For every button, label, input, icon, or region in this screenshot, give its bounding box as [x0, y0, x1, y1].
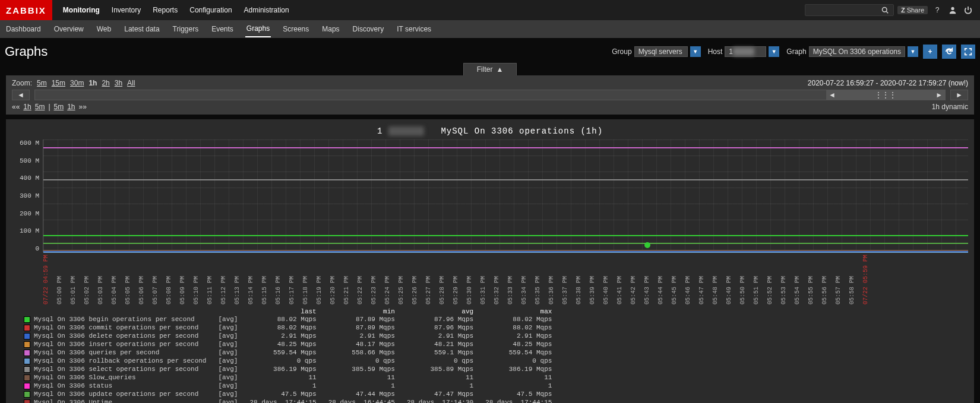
legend-swatch — [24, 399, 30, 403]
refresh-button[interactable] — [942, 45, 956, 59]
topnav-reports[interactable]: Reports — [153, 6, 178, 14]
subnav-dashboard[interactable]: Dashboard — [5, 21, 42, 37]
subnav-events[interactable]: Events — [210, 21, 235, 37]
time-scrubber-handle[interactable]: ◄ ⋮⋮⋮ ► — [826, 90, 945, 100]
x-tick: 05:14 PM — [248, 255, 254, 304]
fixed-5m-b[interactable]: 5m — [54, 103, 64, 111]
global-search[interactable] — [805, 4, 894, 16]
subnav-maps[interactable]: Maps — [321, 21, 340, 37]
legend-header: max — [479, 308, 558, 315]
subnav-latest-data[interactable]: Latest data — [123, 21, 160, 37]
zoom-1h[interactable]: 1h — [88, 79, 97, 87]
graph-select[interactable]: MySQL On 3306 operations — [809, 46, 905, 57]
zoom-2h[interactable]: 2h — [102, 79, 109, 87]
topnav-monitoring[interactable]: Monitoring — [63, 6, 100, 14]
subnav-triggers[interactable]: Triggers — [172, 21, 200, 37]
fixed-time-links: ««1h5m|5m1h»» — [12, 103, 87, 111]
share-label: Share — [907, 7, 924, 14]
zoom-label: Zoom: — [12, 79, 32, 87]
legend-header: last — [244, 308, 322, 315]
logo[interactable]: ZABBIX — [0, 0, 52, 20]
subnav-overview[interactable]: Overview — [53, 21, 85, 37]
x-tick: 05:37 PM — [562, 255, 568, 304]
subnav-graphs[interactable]: Graphs — [245, 21, 271, 37]
host-dropdown-icon[interactable]: ▼ — [769, 46, 779, 57]
power-icon[interactable] — [962, 4, 974, 16]
fixed-tail[interactable]: »» — [79, 103, 87, 111]
page-title: Graphs — [5, 44, 48, 59]
x-tick: 05:35 PM — [535, 255, 541, 304]
legend-row: Mysql On 3306 queries per second[avg]559… — [18, 348, 558, 357]
x-tick: 05:21 PM — [343, 255, 350, 304]
chart-card: 1 ██████ MySQL On 3306 operations (1h) 6… — [6, 119, 974, 403]
x-tick: 05:09 PM — [179, 255, 186, 304]
x-tick: 05:25 PM — [398, 255, 404, 304]
x-tick: 05:02 PM — [84, 255, 90, 304]
series-line — [43, 179, 968, 180]
legend-row: Mysql On 3306 Uptime[avg]28 days, 17:44:… — [18, 398, 558, 403]
legend-row: Mysql On 3306 status[avg]1111 — [18, 382, 558, 390]
y-tick: 200 M — [20, 210, 39, 217]
chart-x-axis: 07/22 04:59 PM05:00 PM05:01 PM05:02 PM05… — [12, 252, 968, 304]
x-tick: 05:10 PM — [193, 255, 200, 304]
subnav-web[interactable]: Web — [96, 21, 112, 37]
handle-left-icon: ◄ — [829, 91, 836, 99]
fixed-lead[interactable]: «« — [12, 103, 20, 111]
x-tick: 05:57 PM — [835, 255, 842, 304]
series-line — [43, 235, 968, 236]
x-tick: 05:22 PM — [357, 255, 363, 304]
chart-title: 1 ██████ MySQL On 3306 operations (1h) — [12, 126, 968, 136]
x-tick: 05:53 PM — [780, 255, 787, 304]
group-select[interactable]: Mysql servers — [634, 46, 688, 57]
filter-toggle[interactable]: Filter ▲ — [463, 63, 517, 75]
topnav-inventory[interactable]: Inventory — [112, 6, 141, 14]
zoom-5m[interactable]: 5m — [37, 79, 47, 87]
fullscreen-button[interactable] — [961, 45, 975, 59]
x-tick: 05:20 PM — [330, 255, 336, 304]
topnav-configuration[interactable]: Configuration — [189, 6, 232, 14]
legend-row: Mysql On 3306 update operations per seco… — [18, 390, 558, 398]
time-prev-button[interactable]: ◄ — [12, 90, 30, 100]
fixed-1h-b[interactable]: 1h — [67, 103, 75, 111]
zoom-15m[interactable]: 15m — [52, 79, 65, 87]
time-controls: Zoom:5m15m30m1h2h3hAll 2020-07-22 16:59:… — [6, 75, 974, 115]
x-tick: 05:07 PM — [152, 255, 159, 304]
chart-plot[interactable] — [43, 139, 968, 252]
time-next-button[interactable]: ► — [950, 90, 968, 100]
topnav-administration[interactable]: Administration — [244, 6, 289, 14]
group-dropdown-icon[interactable]: ▼ — [690, 46, 701, 57]
add-favorite-button[interactable]: + — [923, 45, 937, 59]
svg-point-0 — [882, 8, 887, 12]
legend-swatch — [24, 358, 30, 364]
y-tick: 100 M — [20, 227, 39, 234]
host-select[interactable]: 1xxxxx — [725, 46, 766, 57]
zoom-All[interactable]: All — [127, 79, 135, 87]
user-icon[interactable] — [947, 4, 959, 16]
legend-swatch — [24, 325, 30, 331]
graph-dropdown-icon[interactable]: ▼ — [908, 46, 918, 57]
host-value: 1 — [729, 47, 733, 56]
subnav-it-services[interactable]: IT services — [396, 21, 432, 37]
legend-row: Mysql On 3306 commit operations per seco… — [18, 323, 558, 332]
help-icon[interactable]: ? — [931, 4, 943, 16]
share-button[interactable]: Z Share — [897, 6, 928, 14]
fixed-sep: | — [48, 103, 50, 111]
x-tick: 05:06 PM — [138, 255, 145, 304]
zoom-3h[interactable]: 3h — [115, 79, 122, 87]
legend-swatch — [24, 383, 30, 389]
x-tick: 05:30 PM — [466, 255, 473, 304]
sub-nav: DashboardOverviewWebLatest dataTriggersE… — [0, 20, 980, 38]
heading-row: Graphs Group Mysql servers ▼ Host 1xxxxx… — [0, 38, 980, 63]
subnav-screens[interactable]: Screens — [282, 21, 310, 37]
x-tick: 05:54 PM — [794, 255, 801, 304]
fixed-1h[interactable]: 1h — [23, 103, 31, 111]
fixed-5m[interactable]: 5m — [35, 103, 45, 111]
filter-label: Filter — [477, 65, 493, 74]
x-tick: 05:19 PM — [316, 255, 323, 304]
zoom-30m[interactable]: 30m — [70, 79, 84, 87]
x-tick: 05:00 PM — [56, 255, 63, 304]
chart-title-prefix: 1 — [377, 126, 382, 136]
time-scrubber[interactable]: ◄ ⋮⋮⋮ ► — [34, 90, 946, 100]
legend-row: Mysql On 3306 Slow_queries[avg]11111111 — [18, 373, 558, 382]
subnav-discovery[interactable]: Discovery — [352, 21, 385, 37]
